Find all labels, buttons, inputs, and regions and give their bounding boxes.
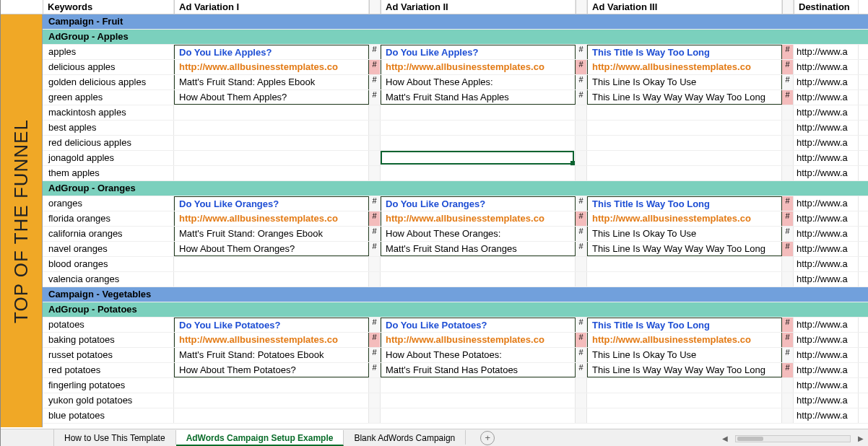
keyword-cell[interactable]: green apples [43, 90, 174, 105]
hash-cell-v1[interactable] [369, 121, 381, 135]
ad-cell-v2[interactable] [381, 121, 576, 135]
hash-cell-v3[interactable] [782, 105, 794, 120]
scroll-track[interactable] [735, 435, 851, 442]
data-row[interactable]: yukon gold potatoeshttp://www.a [43, 393, 868, 408]
ad-cell-v3[interactable]: This Title Is Way Too Long [587, 45, 782, 59]
ad-cell-v3[interactable] [587, 121, 782, 135]
hash-cell-v1[interactable] [369, 166, 381, 180]
ad-cell-v1[interactable] [174, 151, 369, 165]
keyword-cell[interactable]: baking potatoes [43, 333, 174, 347]
ad-cell-v3[interactable]: http://www.allbusinesstemplates.co [587, 211, 782, 226]
ad-cell-v2[interactable]: How About These Oranges: [381, 227, 576, 241]
hash-cell-v1[interactable]: # [369, 196, 381, 211]
hash-cell-v2[interactable]: # [576, 333, 587, 347]
hash-cell-v3[interactable]: # [782, 348, 794, 362]
hash-cell-v1[interactable]: # [369, 242, 381, 256]
hash-cell-v3[interactable] [782, 393, 794, 408]
ad-cell-v2[interactable] [381, 166, 576, 180]
column-header-ad2[interactable]: Ad Variation II [381, 0, 576, 14]
column-header-hash2[interactable] [576, 0, 587, 14]
destination-cell[interactable]: http://www.a [794, 90, 859, 105]
hash-cell-v2[interactable] [576, 136, 587, 150]
ad-cell-v3[interactable]: This Title Is Way Too Long [587, 318, 782, 332]
hash-cell-v1[interactable] [369, 151, 381, 165]
keyword-cell[interactable]: florida oranges [43, 211, 174, 226]
destination-cell[interactable]: http://www.a [794, 166, 859, 180]
data-row[interactable]: red potatoesHow About Them Potatoes?#Mat… [43, 363, 868, 378]
ad-cell-v2[interactable]: Matt's Fruit Stand Has Oranges [381, 242, 576, 256]
hash-cell-v2[interactable] [576, 272, 587, 287]
data-row[interactable]: baking potatoeshttp://www.allbusinesstem… [43, 333, 868, 348]
data-row[interactable]: blood orangeshttp://www.a [43, 257, 868, 272]
destination-cell[interactable]: http://www.a [794, 272, 859, 287]
ad-cell-v2[interactable]: How About These Apples: [381, 75, 576, 89]
destination-cell[interactable]: http://www.a [794, 378, 859, 393]
column-header-ad3[interactable]: Ad Variation III [587, 0, 782, 14]
destination-cell[interactable]: http://www.a [794, 363, 859, 377]
ad-cell-v1[interactable]: How About Them Potatoes? [174, 363, 369, 377]
hash-cell-v3[interactable] [782, 121, 794, 135]
ad-cell-v2[interactable] [381, 393, 576, 408]
data-row[interactable]: mackintosh appleshttp://www.a [43, 105, 868, 121]
ad-cell-v1[interactable]: http://www.allbusinesstemplates.co [174, 60, 369, 74]
hash-cell-v3[interactable]: # [782, 242, 794, 256]
data-row[interactable]: russet potatoesMatt's Fruit Stand: Potat… [43, 348, 868, 363]
ad-cell-v2[interactable]: Do You Like Potatoes? [381, 318, 576, 332]
ad-cell-v3[interactable] [587, 257, 782, 271]
sheet-tab[interactable]: AdWords Campaign Setup Example [176, 430, 344, 446]
hash-cell-v2[interactable] [576, 378, 587, 393]
hash-cell-v2[interactable]: # [576, 90, 587, 105]
hash-cell-v1[interactable] [369, 136, 381, 150]
ad-cell-v2[interactable]: Do You Like Oranges? [381, 196, 576, 211]
hash-cell-v3[interactable]: # [782, 90, 794, 105]
keyword-cell[interactable]: red delicious apples [43, 136, 174, 150]
keyword-cell[interactable]: blood oranges [43, 257, 174, 271]
hash-cell-v1[interactable] [369, 378, 381, 393]
destination-cell[interactable]: http://www.a [794, 227, 859, 241]
ad-cell-v3[interactable] [587, 272, 782, 287]
hash-cell-v1[interactable] [369, 393, 381, 408]
ad-cell-v2[interactable] [381, 378, 576, 393]
destination-cell[interactable]: http://www.a [794, 121, 859, 135]
ad-cell-v3[interactable]: This Line Is Way Way Way Way Too Long [587, 90, 782, 105]
hash-cell-v2[interactable]: # [576, 363, 587, 377]
hash-cell-v2[interactable] [576, 393, 587, 408]
hash-cell-v1[interactable] [369, 257, 381, 271]
hash-cell-v3[interactable]: # [782, 75, 794, 89]
hash-cell-v3[interactable] [782, 166, 794, 180]
ad-cell-v1[interactable]: Do You Like Potatoes? [174, 318, 369, 332]
hash-cell-v1[interactable]: # [369, 318, 381, 332]
ad-cell-v2[interactable]: Matt's Fruit Stand Has Potatoes [381, 363, 576, 377]
ad-cell-v1[interactable] [174, 166, 369, 180]
ad-cell-v1[interactable] [174, 105, 369, 120]
data-row[interactable]: blue potatoeshttp://www.a [43, 408, 868, 424]
ad-cell-v3[interactable] [587, 408, 782, 423]
hash-cell-v2[interactable]: # [576, 45, 587, 59]
ad-cell-v3[interactable] [587, 151, 782, 165]
data-row[interactable]: navel orangesHow About Them Oranges?#Mat… [43, 242, 868, 257]
destination-cell[interactable]: http://www.a [794, 105, 859, 120]
ad-cell-v2[interactable]: Matt's Fruit Stand Has Apples [381, 90, 576, 105]
keyword-cell[interactable]: california oranges [43, 227, 174, 241]
hash-cell-v2[interactable] [576, 166, 587, 180]
hash-cell-v3[interactable]: # [782, 227, 794, 241]
data-row[interactable]: florida orangeshttp://www.allbusinesstem… [43, 211, 868, 227]
sheet-tab[interactable]: How to Use This Template [54, 430, 176, 445]
hash-cell-v2[interactable]: # [576, 227, 587, 241]
keyword-cell[interactable]: oranges [43, 196, 174, 211]
hash-cell-v2[interactable] [576, 151, 587, 165]
campaign-row[interactable]: Campaign - Fruit [43, 14, 868, 30]
hash-cell-v1[interactable] [369, 105, 381, 120]
keyword-cell[interactable]: yukon gold potatoes [43, 393, 174, 408]
ad-cell-v1[interactable] [174, 121, 369, 135]
ad-cell-v2[interactable]: http://www.allbusinesstemplates.co [381, 60, 576, 74]
destination-cell[interactable]: http://www.a [794, 318, 859, 332]
ad-cell-v1[interactable]: http://www.allbusinesstemplates.co [174, 333, 369, 347]
data-row[interactable]: best appleshttp://www.a [43, 121, 868, 136]
hash-cell-v3[interactable]: # [782, 211, 794, 226]
keyword-cell[interactable]: golden delicious apples [43, 75, 174, 89]
ad-cell-v1[interactable] [174, 378, 369, 393]
hash-cell-v3[interactable]: # [782, 333, 794, 347]
ad-cell-v3[interactable]: This Line Is Okay To Use [587, 75, 782, 89]
adgroup-row[interactable]: AdGroup - Apples [43, 30, 868, 45]
